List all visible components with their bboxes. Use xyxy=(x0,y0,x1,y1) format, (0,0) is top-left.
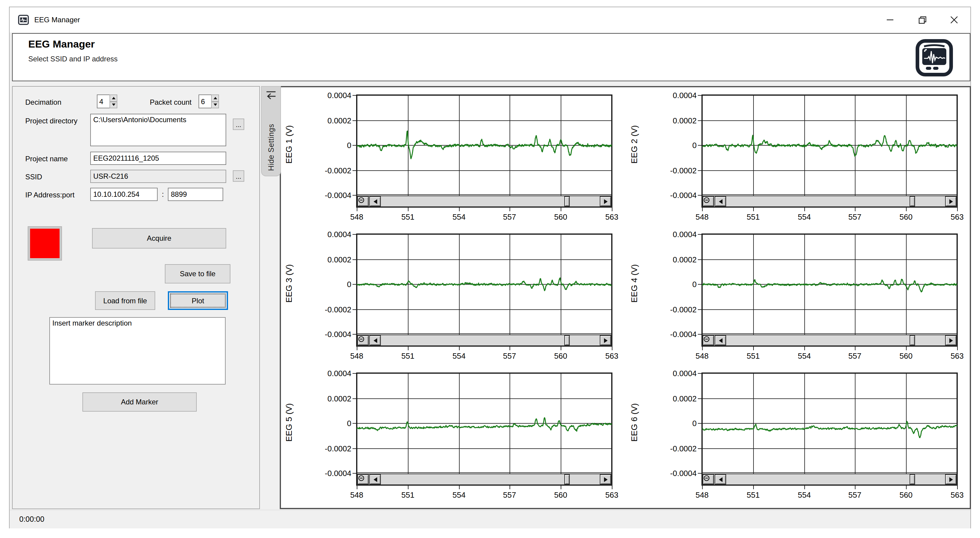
scroll-left-button[interactable] xyxy=(369,474,381,484)
packet-count-input[interactable] xyxy=(199,94,211,108)
x-tick-label: 551 xyxy=(392,352,423,360)
ip-address-label: IP Address:port xyxy=(25,191,75,199)
x-tick-mark xyxy=(753,347,754,350)
title-bar[interactable]: EEG Manager xyxy=(10,7,970,32)
plot-scrollbar[interactable] xyxy=(702,474,957,485)
plot-scrollbar[interactable] xyxy=(357,474,612,485)
page-subtitle: Select SSID and IP address xyxy=(28,55,118,63)
scroll-left-button[interactable] xyxy=(715,196,726,207)
scroll-left-button[interactable] xyxy=(715,474,726,484)
plot-button[interactable]: Plot xyxy=(168,291,228,310)
eeg-plot-4: EEG 4 (V)0.00040.00020-0.0002-0.00045485… xyxy=(623,234,960,369)
packet-down-button[interactable] xyxy=(211,102,219,108)
ssid-field[interactable] xyxy=(90,170,226,183)
hide-settings-tab[interactable]: Hide Settings xyxy=(261,86,281,176)
ssid-browse-button[interactable]: ... xyxy=(233,170,244,182)
acquire-button[interactable]: Acquire xyxy=(92,228,226,248)
close-button[interactable] xyxy=(941,7,967,32)
y-tick-label: 0 xyxy=(315,141,352,150)
y-tick-label: -0.0002 xyxy=(660,444,697,453)
header-panel: EEG Manager Select SSID and IP address xyxy=(12,33,970,81)
x-tick-mark xyxy=(612,347,612,350)
y-tick-mark xyxy=(353,473,356,474)
y-tick-label: 0.0002 xyxy=(315,255,352,264)
scroll-right-button[interactable] xyxy=(945,335,956,345)
project-directory-browse-button[interactable]: ... xyxy=(233,119,244,130)
scroll-right-button[interactable] xyxy=(945,196,956,207)
decimation-down-button[interactable] xyxy=(110,102,117,108)
x-tick-label: 554 xyxy=(443,490,475,500)
scrollbar-thumb[interactable] xyxy=(910,196,915,207)
triangle-down-icon xyxy=(213,104,217,106)
plot-area xyxy=(702,94,958,208)
scroll-left-button[interactable] xyxy=(715,335,726,345)
x-tick-label: 554 xyxy=(789,490,820,500)
x-tick-mark xyxy=(612,208,612,211)
restore-button[interactable] xyxy=(909,7,935,32)
x-tick-label: 554 xyxy=(789,212,820,221)
add-marker-button[interactable]: Add Marker xyxy=(83,392,197,412)
packet-up-button[interactable] xyxy=(211,94,219,102)
zoom-out-button[interactable] xyxy=(703,196,714,207)
scrollbar-thumb[interactable] xyxy=(910,335,915,345)
y-tick-label: -0.0004 xyxy=(660,330,697,339)
x-tick-label: 557 xyxy=(839,212,870,221)
zoom-out-button[interactable] xyxy=(703,474,714,484)
scroll-left-button[interactable] xyxy=(369,196,381,207)
scroll-right-button[interactable] xyxy=(600,335,611,345)
y-tick-label: -0.0002 xyxy=(315,166,352,175)
scroll-right-button[interactable] xyxy=(600,196,611,207)
decimation-input[interactable] xyxy=(97,94,110,108)
scroll-right-button[interactable] xyxy=(945,474,956,484)
y-tick-mark xyxy=(698,423,702,423)
y-tick-mark xyxy=(698,145,702,146)
y-tick-label: -0.0004 xyxy=(660,191,697,200)
triangle-down-icon xyxy=(111,104,115,106)
y-axis-label: EEG 4 (V) xyxy=(629,234,639,333)
x-tick-mark xyxy=(509,485,510,489)
eeg-plot-6: EEG 6 (V)0.00040.00020-0.0002-0.00045485… xyxy=(623,372,960,508)
y-axis-label: EEG 3 (V) xyxy=(284,234,294,333)
status-indicator-fill xyxy=(30,229,60,258)
plot-scrollbar[interactable] xyxy=(702,334,957,346)
load-from-file-button[interactable]: Load from file xyxy=(95,291,155,310)
plot-scrollbar[interactable] xyxy=(702,196,957,207)
project-name-field[interactable] xyxy=(90,152,226,165)
y-tick-label: -0.0002 xyxy=(660,166,697,175)
scroll-right-button[interactable] xyxy=(600,474,611,484)
scroll-left-button[interactable] xyxy=(369,335,381,345)
x-tick-mark xyxy=(753,208,754,211)
zoom-out-button[interactable] xyxy=(357,196,369,207)
scrollbar-thumb[interactable] xyxy=(564,474,570,484)
marker-description-field[interactable]: Insert marker description xyxy=(49,317,226,385)
zoom-out-button[interactable] xyxy=(357,335,369,345)
y-axis-label: EEG 1 (V) xyxy=(284,94,294,194)
y-tick-label: 0 xyxy=(660,141,697,150)
y-tick-mark xyxy=(353,170,356,170)
zoom-out-button[interactable] xyxy=(703,335,714,345)
x-tick-mark xyxy=(408,485,409,489)
zoom-out-button[interactable] xyxy=(357,474,369,484)
plot-scrollbar[interactable] xyxy=(357,334,612,346)
scrollbar-thumb[interactable] xyxy=(564,196,570,207)
plot-canvas xyxy=(357,95,612,207)
arrow-right-icon xyxy=(604,199,607,204)
port-field[interactable] xyxy=(168,188,223,201)
y-tick-mark xyxy=(353,373,356,374)
scrollbar-thumb[interactable] xyxy=(564,335,570,345)
minimize-button[interactable] xyxy=(877,7,904,32)
scrollbar-thumb[interactable] xyxy=(910,474,915,484)
y-axis-label: EEG 6 (V) xyxy=(629,372,639,473)
plot-scrollbar[interactable] xyxy=(357,196,612,207)
decimation-up-button[interactable] xyxy=(110,94,117,102)
x-tick-label: 560 xyxy=(890,490,922,500)
save-to-file-button[interactable]: Save to file xyxy=(165,264,231,283)
project-directory-field[interactable]: C:\Users\Antonio\Documents xyxy=(90,114,226,146)
hide-settings-label: Hide Settings xyxy=(267,102,275,171)
y-axis-label: EEG 5 (V) xyxy=(284,372,294,473)
plot-canvas xyxy=(702,95,957,207)
ip-address-field[interactable] xyxy=(90,188,158,201)
x-tick-label: 551 xyxy=(738,352,769,360)
decimation-stepper xyxy=(97,94,117,108)
plot-area xyxy=(702,234,958,347)
